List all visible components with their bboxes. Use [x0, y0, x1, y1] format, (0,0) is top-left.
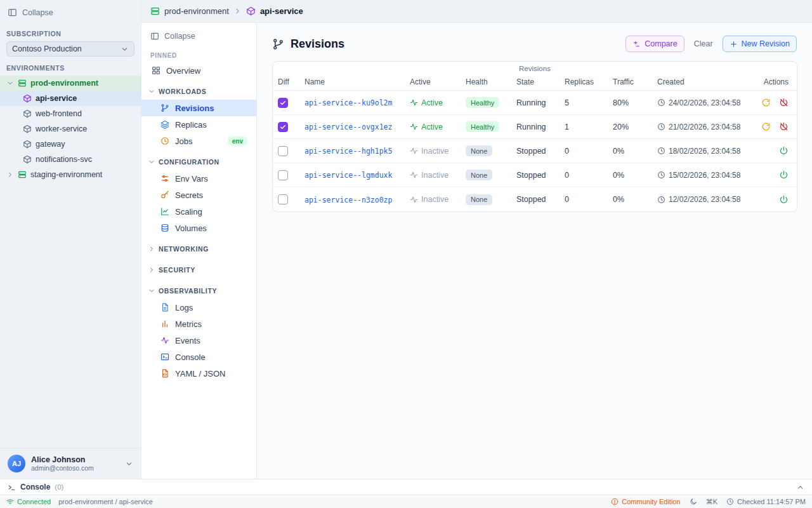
subscription-select[interactable]: Contoso Production: [6, 41, 134, 57]
nav-section-header[interactable]: NETWORKING: [141, 241, 256, 257]
replicas-cell: 0: [565, 171, 613, 180]
nav-item-label: Secrets: [175, 190, 203, 200]
nav-section-header[interactable]: WORKLOADS: [141, 83, 256, 100]
user-menu[interactable]: AJ Alice Johnson admin@contoso.com: [0, 448, 141, 479]
active-label: Inactive: [421, 195, 449, 204]
tree-node-icon: [18, 170, 27, 179]
table-caption: Revisions: [273, 62, 797, 73]
clear-button[interactable]: Clear: [691, 36, 716, 52]
created-cell: 24/02/2026, 23:04:58: [657, 98, 762, 107]
diff-checkbox[interactable]: [278, 170, 288, 180]
state-cell: Stopped: [516, 171, 565, 180]
tree-item[interactable]: api-service: [0, 91, 141, 106]
tree-item[interactable]: gateway: [0, 137, 141, 152]
nav-item-icon: [160, 352, 169, 361]
revision-name-link[interactable]: api-service--ku9ol2m: [304, 98, 392, 107]
nav-item-label: Events: [175, 336, 200, 345]
traffic-cell: 0%: [613, 195, 657, 204]
traffic-cell: 20%: [613, 123, 657, 131]
column-header: Diff: [278, 77, 304, 86]
deactivate-revision-button[interactable]: [779, 98, 789, 107]
new-revision-button[interactable]: New Revision: [723, 36, 797, 52]
breadcrumb-environment[interactable]: prod-environment: [164, 6, 229, 16]
theme-toggle-moon-icon[interactable]: [690, 498, 697, 505]
revision-name-link[interactable]: api-service--lgmduxk: [304, 171, 392, 180]
alert-circle-icon: [611, 498, 619, 505]
diff-checkbox[interactable]: [278, 146, 288, 156]
created-cell: 12/02/2026, 23:04:58: [657, 195, 762, 204]
tree-node-icon: [23, 140, 32, 149]
traffic-cell: 0%: [613, 147, 657, 156]
nav-collapse-button[interactable]: Collapse: [141, 27, 256, 46]
environments-label: ENVIRONMENTS: [0, 57, 141, 76]
console-count: (0): [55, 483, 63, 491]
revision-name-link[interactable]: api-service--ovgx1ez: [304, 123, 392, 131]
nav-section-header[interactable]: OBSERVABILITY: [141, 283, 256, 299]
nav-item[interactable]: Secrets: [141, 187, 256, 203]
revision-name-link[interactable]: api-service--hgh1pk5: [304, 147, 392, 156]
replicas-cell: 1: [565, 123, 613, 131]
tree-item[interactable]: notifications-svc: [0, 152, 141, 167]
tree-item[interactable]: worker-service: [0, 121, 141, 137]
chevron-down-icon: [148, 158, 155, 166]
nav-section-label: SECURITY: [159, 266, 195, 274]
diff-checkbox[interactable]: [278, 194, 288, 204]
console-bar[interactable]: Console (0): [0, 479, 812, 495]
command-palette-shortcut[interactable]: ⌘K: [706, 498, 717, 506]
nav-item[interactable]: Revisions: [141, 100, 256, 116]
created-cell: 15/02/2026, 23:04:58: [657, 171, 762, 180]
service-nav-sidebar: Collapse PINNED Overview: [141, 23, 257, 479]
activate-revision-button[interactable]: [779, 195, 789, 204]
diff-checkbox[interactable]: [278, 98, 288, 108]
chevron-right-icon: [148, 245, 155, 253]
subscription-value: Contoso Production: [12, 44, 82, 53]
tree-node-icon: [23, 155, 32, 164]
chevron-up-icon[interactable]: [796, 483, 804, 491]
restart-revision-button[interactable]: [761, 122, 771, 131]
replicas-cell: 5: [565, 98, 613, 107]
tree-chevron-icon[interactable]: [6, 171, 14, 178]
tree-item-label: staging-environment: [30, 170, 102, 179]
compare-button[interactable]: Compare: [625, 36, 684, 52]
nav-item-icon: [160, 120, 169, 129]
deactivate-revision-button[interactable]: [779, 122, 789, 131]
clock-icon: [726, 498, 734, 505]
activate-revision-button[interactable]: [779, 146, 789, 156]
revision-name-link[interactable]: api-service--n3zo0zp: [304, 196, 392, 204]
nav-item[interactable]: Scaling: [141, 203, 256, 220]
diff-checkbox[interactable]: [278, 122, 288, 132]
nav-item-icon: [160, 190, 169, 199]
restart-revision-button[interactable]: [761, 98, 771, 107]
activate-revision-button[interactable]: [779, 170, 789, 180]
nav-sections: WORKLOADS Revisions: [141, 83, 256, 382]
nav-item[interactable]: Metrics: [141, 316, 256, 332]
column-header: Active: [410, 77, 466, 86]
nav-item[interactable]: Events: [141, 332, 256, 349]
nav-item[interactable]: Env Vars: [141, 170, 256, 187]
nav-item-label: Volumes: [175, 224, 207, 233]
nav-item[interactable]: YAML / JSON: [141, 365, 256, 382]
nav-item[interactable]: Logs: [141, 299, 256, 316]
chevron-right-icon: [148, 266, 155, 274]
sidebar-collapse-button[interactable]: Collapse: [0, 0, 141, 22]
nav-item[interactable]: Console: [141, 349, 256, 365]
replicas-cell: 0: [565, 195, 613, 204]
panel-collapse-icon: [150, 32, 159, 41]
nav-item[interactable]: Overview: [141, 62, 256, 79]
connection-status: Connected: [6, 498, 51, 505]
nav-section-header[interactable]: CONFIGURATION: [141, 154, 256, 170]
tree-item[interactable]: staging-environment: [0, 167, 141, 182]
clock-icon: [657, 98, 665, 107]
nav-item-icon: [160, 303, 169, 312]
nav-section-header[interactable]: SECURITY: [141, 262, 256, 278]
created-cell: 18/02/2026, 23:04:58: [657, 147, 762, 156]
chevron-down-icon: [148, 287, 155, 295]
check-icon: [280, 124, 286, 130]
nav-item[interactable]: Volumes: [141, 220, 256, 236]
nav-item[interactable]: Replicas: [141, 116, 256, 133]
tree-item[interactable]: prod-environment: [0, 76, 141, 91]
tree-chevron-icon[interactable]: [6, 79, 14, 87]
nav-item[interactable]: Jobs env: [141, 133, 256, 149]
tree-item-label: prod-environment: [30, 79, 98, 88]
tree-item[interactable]: web-frontend: [0, 106, 141, 121]
